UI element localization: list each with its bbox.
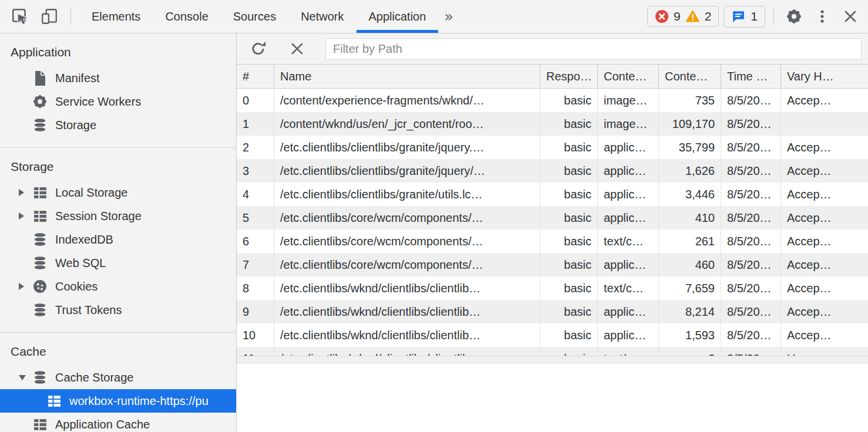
- sidebar-item-label: Cookies: [55, 280, 97, 293]
- cell-vary-header: Accep…: [781, 323, 868, 347]
- cell-time-cached: 8/5/20…: [721, 276, 781, 300]
- table-row[interactable]: 5 /etc.clientlibs/core/wcm/components/… …: [237, 206, 868, 230]
- cell-time-cached: 8/5/20…: [721, 183, 781, 206]
- more-options-button[interactable]: [810, 5, 834, 28]
- expander-expanded-icon[interactable]: [19, 375, 32, 380]
- cell-name: /etc.clientlibs/wknd/clientlibs/clientli…: [274, 276, 540, 300]
- table-row[interactable]: 10 /etc.clientlibs/wknd/clientlibs/clien…: [237, 323, 868, 347]
- database-icon: [32, 255, 48, 271]
- column-header-vary-header[interactable]: Vary H…: [781, 65, 868, 88]
- grid-header-row: # Name Respo… Conte… Conte… Time … Vary …: [237, 65, 868, 89]
- sidebar-item-indexeddb[interactable]: IndexedDB: [0, 228, 236, 251]
- refresh-button[interactable]: [247, 37, 270, 60]
- grid-body: 0 /content/experience-fragments/wknd/… b…: [237, 89, 868, 356]
- cell-time-cached: 8/5/20…: [721, 253, 781, 276]
- cell-content-type: text/…: [598, 347, 659, 356]
- close-devtools-button[interactable]: [839, 5, 862, 28]
- cell-index: 0: [237, 89, 274, 112]
- cache-data-grid: # Name Respo… Conte… Conte… Time … Vary …: [237, 65, 868, 356]
- table-row[interactable]: 0 /content/experience-fragments/wknd/… b…: [237, 89, 868, 112]
- table-row[interactable]: 2 /etc.clientlibs/clientlibs/granite/jqu…: [237, 136, 868, 159]
- database-icon: [32, 232, 48, 248]
- tab-network[interactable]: Network: [288, 0, 356, 33]
- cell-content-type: applic…: [598, 323, 659, 347]
- table-row[interactable]: 8 /etc.clientlibs/wknd/clientlibs/client…: [237, 276, 868, 300]
- section-title: Application: [0, 43, 236, 66]
- sidebar-item-application-cache[interactable]: Application Cache: [0, 413, 236, 432]
- settings-button[interactable]: [782, 5, 806, 28]
- cell-content-type: image…: [598, 112, 659, 136]
- cell-content-length: 1,626: [659, 159, 721, 183]
- cache-filter-toolbar: [237, 33, 868, 65]
- sidebar-item-cookies[interactable]: Cookies: [0, 275, 236, 298]
- sidebar-item-cache-storage[interactable]: Cache Storage: [0, 366, 236, 389]
- tab-elements[interactable]: Elements: [79, 0, 153, 33]
- toolbar-divider: [70, 8, 71, 25]
- cell-content-type: applic…: [598, 183, 659, 206]
- cell-name: /etc.clientlibs/clientlibs/granite/jquer…: [274, 136, 540, 159]
- devtools-content: Application Manifest: [0, 33, 868, 432]
- table-row[interactable]: 4 /etc.clientlibs/clientlibs/granite/uti…: [237, 183, 868, 206]
- table-row[interactable]: 1 /content/wknd/us/en/_jcr_content/roo… …: [237, 112, 868, 136]
- tab-application[interactable]: Application: [356, 0, 439, 33]
- table-row[interactable]: 7 /etc.clientlibs/core/wcm/components/… …: [237, 253, 868, 276]
- device-toolbar-button[interactable]: [38, 5, 61, 28]
- cache-entry-preview-pane: [237, 363, 868, 432]
- column-header-time-cached[interactable]: Time …: [721, 65, 781, 88]
- sidebar-item-session-storage[interactable]: Session Storage: [0, 204, 236, 228]
- sidebar-item-local-storage[interactable]: Local Storage: [0, 181, 236, 204]
- sidebar-item-workbox-cache[interactable]: workbox-runtime-https://pu: [0, 389, 236, 413]
- toolbar-left: [0, 0, 75, 33]
- cell-content-type: applic…: [598, 206, 659, 230]
- sidebar-item-manifest[interactable]: Manifest: [0, 66, 236, 90]
- column-header-index[interactable]: #: [237, 65, 274, 88]
- filter-by-path-input[interactable]: [325, 38, 862, 60]
- expander-collapsed-icon[interactable]: [19, 212, 32, 220]
- gear-icon: [32, 93, 48, 110]
- cell-index: 10: [237, 323, 274, 347]
- cell-content-length: 1,593: [659, 323, 721, 347]
- sidebar-item-web-sql[interactable]: Web SQL: [0, 251, 236, 275]
- delete-selected-button[interactable]: [285, 37, 309, 60]
- cell-vary-header: Accep…: [781, 300, 868, 323]
- close-icon: [290, 42, 304, 56]
- cell-content-type: applic…: [598, 136, 659, 159]
- table-row[interactable]: 11 /etc.clientlibs/wknd/clientlibs/clien…: [237, 347, 868, 356]
- section-storage: Storage Local Storage: [0, 147, 236, 332]
- console-errors-warnings-badge[interactable]: 9 2: [647, 6, 719, 27]
- cell-response-type: basic: [540, 276, 598, 300]
- issues-count: 1: [751, 9, 758, 23]
- column-header-content-length[interactable]: Conte…: [659, 65, 721, 88]
- more-tabs-button[interactable]: »: [438, 0, 459, 33]
- column-header-response-type[interactable]: Respo…: [540, 65, 598, 88]
- cell-index: 1: [237, 112, 274, 136]
- tab-console[interactable]: Console: [153, 0, 220, 33]
- cell-content-length: 735: [659, 89, 721, 112]
- sidebar-item-trust-tokens[interactable]: Trust Tokens: [0, 298, 236, 322]
- column-header-content-type[interactable]: Conte…: [598, 65, 659, 88]
- cell-response-type: basic: [540, 89, 598, 112]
- cell-content-length: 8,214: [659, 300, 721, 323]
- sidebar-item-storage[interactable]: Storage: [0, 113, 236, 137]
- sidebar-item-label: Web SQL: [55, 256, 106, 270]
- inspect-element-button[interactable]: [8, 5, 32, 28]
- expander-collapsed-icon[interactable]: [19, 189, 32, 196]
- issues-badge[interactable]: 1: [724, 6, 765, 28]
- sidebar-item-service-workers[interactable]: Service Workers: [0, 90, 236, 113]
- database-icon: [32, 302, 48, 318]
- table-row[interactable]: 9 /etc.clientlibs/wknd/clientlibs/client…: [237, 300, 868, 323]
- column-header-name[interactable]: Name: [274, 65, 540, 88]
- cell-response-type: basic: [540, 159, 598, 183]
- cell-vary-header: Accep…: [781, 206, 868, 230]
- horizontal-scrollbar[interactable]: [237, 356, 868, 363]
- section-cache: Cache Cache Storage: [0, 332, 236, 432]
- table-row[interactable]: 3 /etc.clientlibs/clientlibs/granite/jqu…: [237, 159, 868, 183]
- expander-collapsed-icon[interactable]: [19, 283, 32, 290]
- table-row[interactable]: 6 /etc.clientlibs/core/wcm/components/… …: [237, 230, 868, 253]
- cell-vary-header: Accep…: [781, 230, 868, 253]
- tab-sources[interactable]: Sources: [221, 0, 288, 33]
- sidebar-item-label: Trust Tokens: [55, 303, 122, 317]
- cell-content-length: 2: [659, 347, 721, 356]
- application-sidebar: Application Manifest: [0, 33, 237, 432]
- cell-content-length: 410: [659, 206, 721, 230]
